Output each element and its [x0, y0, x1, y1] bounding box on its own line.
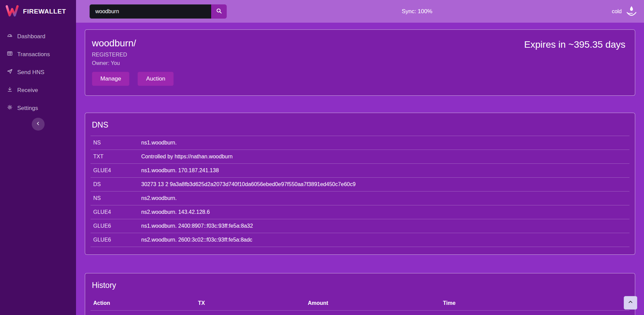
- dns-record-value: ns1.woodburn. 170.187.241.138: [141, 167, 627, 174]
- sync-status: Sync: 100%: [402, 8, 432, 15]
- dns-record-value: ns2.woodburn.: [141, 195, 627, 201]
- dns-record-value: 30273 13 2 9a3a8fb3d625d2a2073d740f10da6…: [141, 181, 627, 187]
- history-col-action: Action: [93, 300, 198, 306]
- sidebar-item-send-hns[interactable]: Send HNS: [0, 63, 76, 81]
- wallet-mode-label: cold: [612, 8, 622, 15]
- dns-card-title: DNS: [85, 120, 635, 130]
- dns-record-row: DS 30273 13 2 9a3a8fb3d625d2a2073d740f10…: [91, 177, 629, 191]
- auction-button[interactable]: Auction: [138, 72, 174, 86]
- dns-record-row: NS ns1.woodburn.: [91, 136, 629, 150]
- sidebar-nav: Dashboard Transactions Send HNS: [0, 27, 76, 117]
- sidebar-item-label: Settings: [17, 105, 38, 112]
- sidebar: FIREWALLET Dashboard Transactions: [0, 0, 76, 315]
- brand-name: FIREWALLET: [23, 8, 66, 15]
- dns-record-type: GLUE6: [93, 223, 141, 229]
- dns-card: DNS NS ns1.woodburn. TXT Controlled by h…: [85, 113, 635, 255]
- dns-record-value: Controlled by https://nathan.woodburn: [141, 154, 627, 160]
- history-card-title: History: [85, 281, 635, 290]
- scroll-to-top-button[interactable]: [624, 296, 637, 310]
- dns-record-row: TXT Controlled by https://nathan.woodbur…: [91, 150, 629, 163]
- manage-button[interactable]: Manage: [92, 72, 129, 86]
- main-content: woodburn/ REGISTERED Owner: You Manage A…: [76, 23, 644, 315]
- history-col-time: Time: [443, 300, 627, 306]
- sidebar-item-label: Send HNS: [17, 69, 44, 76]
- sidebar-item-label: Transactions: [17, 51, 50, 58]
- dns-table: NS ns1.woodburn. TXT Controlled by https…: [91, 136, 629, 247]
- sidebar-item-label: Dashboard: [17, 33, 45, 40]
- dns-record-value: ns1.woodburn. 2400:8907::f03c:93ff:fe5a:…: [141, 223, 627, 229]
- table-icon: [7, 50, 13, 58]
- dns-record-row: GLUE4 ns2.woodburn. 143.42.128.6: [91, 205, 629, 219]
- sidebar-collapse-button[interactable]: [32, 118, 45, 131]
- chevron-up-icon: [627, 299, 634, 307]
- gear-icon: [7, 104, 13, 112]
- dns-record-value: ns1.woodburn.: [141, 140, 627, 146]
- dns-record-type: NS: [93, 140, 141, 146]
- receive-arrow-icon: [7, 86, 13, 94]
- dns-record-type: TXT: [93, 154, 141, 160]
- gauge-icon: [7, 32, 13, 40]
- dns-record-row: GLUE6 ns1.woodburn. 2400:8907::f03c:93ff…: [91, 219, 629, 233]
- history-header-row: Action TX Amount Time: [91, 296, 629, 310]
- paper-plane-icon: [7, 68, 13, 76]
- firewallet-logo-icon: [5, 5, 19, 18]
- search-icon: [216, 8, 222, 15]
- sidebar-item-dashboard[interactable]: Dashboard: [0, 27, 76, 45]
- domain-status: REGISTERED: [92, 52, 625, 58]
- domain-actions: Manage Auction: [92, 72, 625, 86]
- wallet-mode: cold: [612, 0, 638, 23]
- dns-record-row: NS ns2.woodburn.: [91, 191, 629, 205]
- search-group: [90, 4, 227, 19]
- expires-label: Expires in ~395.35 days: [524, 39, 625, 50]
- dns-record-type: DS: [93, 181, 141, 187]
- dns-record-row: GLUE6 ns2.woodburn. 2600:3c02::f03c:93ff…: [91, 233, 629, 247]
- dns-record-type: GLUE4: [93, 209, 141, 215]
- hand-flame-icon[interactable]: [625, 5, 638, 18]
- sidebar-item-label: Receive: [17, 87, 38, 94]
- history-col-amount: Amount: [308, 300, 443, 306]
- dns-record-type: GLUE4: [93, 167, 141, 174]
- sidebar-item-transactions[interactable]: Transactions: [0, 45, 76, 63]
- dns-record-type: NS: [93, 195, 141, 201]
- topbar: Sync: 100% cold: [76, 0, 644, 23]
- dns-record-row: GLUE4 ns1.woodburn. 170.187.241.138: [91, 163, 629, 177]
- search-button[interactable]: [211, 4, 227, 19]
- dns-record-type: GLUE6: [93, 237, 141, 243]
- brand[interactable]: FIREWALLET: [0, 0, 76, 23]
- domain-owner: Owner: You: [92, 60, 625, 66]
- sidebar-item-receive[interactable]: Receive: [0, 81, 76, 99]
- history-col-tx: TX: [198, 300, 308, 306]
- dns-record-value: ns2.woodburn. 2600:3c02::f03c:93ff:fe5a:…: [141, 237, 627, 243]
- dns-record-value: ns2.woodburn. 143.42.128.6: [141, 209, 627, 215]
- search-input[interactable]: [90, 4, 211, 19]
- history-table: Action TX Amount Time UPDATE 70e64775...…: [91, 296, 629, 315]
- history-row: UPDATE 70e64775... 10.0 HNS 14:46:32 01 …: [91, 310, 629, 315]
- sidebar-item-settings[interactable]: Settings: [0, 99, 76, 117]
- chevron-left-icon: [35, 121, 41, 128]
- domain-card: woodburn/ REGISTERED Owner: You Manage A…: [85, 29, 635, 96]
- history-card: History Action TX Amount Time UPDATE 70e…: [85, 273, 635, 315]
